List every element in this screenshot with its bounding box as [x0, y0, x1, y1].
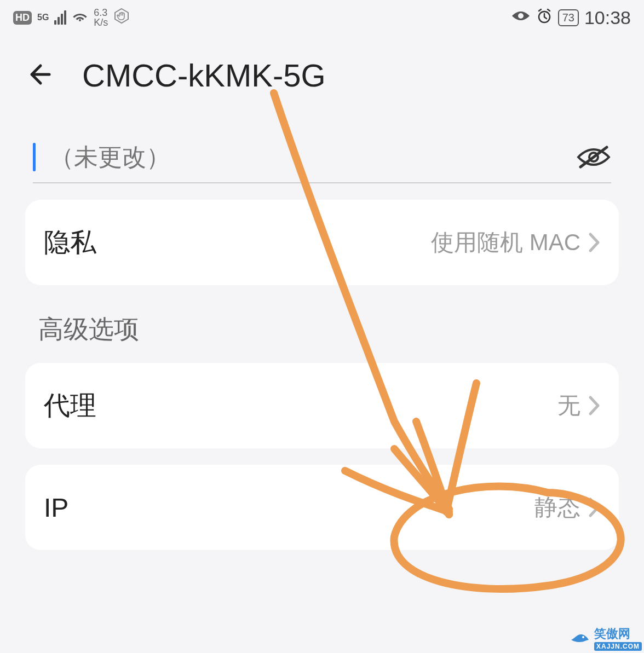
net-speed: 6.3 K/s: [94, 8, 108, 27]
wifi-icon: [72, 9, 88, 26]
watermark: 笑傲网 XAJJN.COM: [570, 626, 642, 651]
privacy-row[interactable]: 隐私 使用随机 MAC: [44, 200, 600, 285]
ip-label: IP: [44, 493, 68, 523]
proxy-card: 代理 无: [25, 363, 619, 448]
privacy-value: 使用随机 MAC: [431, 227, 580, 258]
battery-indicator: 73: [558, 9, 579, 26]
title-bar: CMCC-kKMK-5G: [0, 35, 644, 105]
svg-point-3: [582, 636, 584, 638]
proxy-value: 无: [557, 390, 580, 421]
alarm-icon: [536, 8, 553, 27]
chevron-right-icon: [588, 497, 600, 518]
password-input[interactable]: [50, 143, 565, 171]
clock: 10:38: [584, 7, 631, 28]
toggle-password-visibility[interactable]: [576, 144, 611, 170]
ip-card: IP 静态: [25, 465, 619, 550]
status-bar: HD 5G 6.3 K/s 73 10:38: [0, 0, 644, 35]
shark-icon: [570, 629, 590, 648]
privacy-label: 隐私: [44, 225, 96, 260]
eye-status-icon: [511, 9, 531, 26]
watermark-text: 笑傲网: [594, 627, 630, 640]
watermark-sub: XAJJN.COM: [594, 642, 642, 651]
proxy-row[interactable]: 代理 无: [44, 363, 600, 448]
speed-unit: K/s: [94, 17, 108, 28]
eye-off-icon: [576, 144, 611, 170]
back-button[interactable]: [27, 61, 60, 90]
network-badge: 5G: [37, 13, 49, 22]
page-title: CMCC-kKMK-5G: [82, 57, 326, 94]
signal-bars-icon: [54, 10, 66, 25]
ip-value: 静态: [534, 492, 580, 523]
hd-badge: HD: [13, 11, 32, 25]
privacy-card: 隐私 使用随机 MAC: [25, 200, 619, 285]
chevron-right-icon: [588, 395, 600, 416]
hand-icon: [113, 8, 130, 27]
speed-value: 6.3: [94, 7, 107, 18]
section-advanced: 高级选项: [38, 313, 606, 346]
chevron-right-icon: [588, 232, 600, 253]
arrow-left-icon: [27, 61, 60, 88]
ip-row[interactable]: IP 静态: [44, 465, 600, 550]
password-row[interactable]: [33, 143, 611, 183]
text-cursor: [33, 143, 36, 171]
proxy-label: 代理: [44, 388, 96, 423]
